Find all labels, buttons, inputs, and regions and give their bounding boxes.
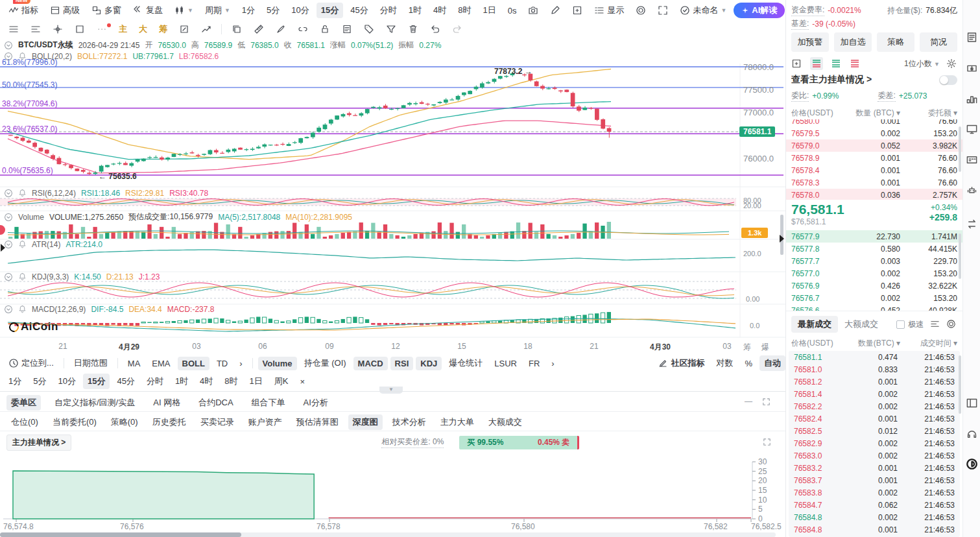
toolbar-显示[interactable]: 显示: [590, 3, 628, 18]
sub-tab-大额成交[interactable]: 大额成交: [484, 414, 527, 430]
indicator-BOLL[interactable]: BOLL: [178, 357, 209, 370]
expand-depth-icon[interactable]: [762, 437, 773, 448]
bid-row[interactable]: 76576.60.45240.928K: [786, 304, 962, 311]
indicator-›[interactable]: ›: [547, 357, 558, 370]
trade-row[interactable]: 76584.80.00221:46:53: [789, 511, 960, 523]
trade-row[interactable]: 76582.40.00121:46:53: [789, 412, 960, 425]
toolbar-1日[interactable]: 1日: [478, 3, 500, 18]
speed-checkbox[interactable]: [896, 320, 905, 329]
indicator-LSUR[interactable]: LSUR: [490, 357, 521, 370]
depth-chart[interactable]: 30252015105076,574.876,57676,57876,58076…: [0, 451, 785, 532]
trade-row[interactable]: 76583.70.00121:46:53: [789, 474, 960, 486]
bid-row[interactable]: 76576.90.42632.622K: [786, 280, 962, 292]
sub-tab-主力大单[interactable]: 主力大单: [436, 414, 479, 430]
collapse-pane-icon[interactable]: [4, 213, 13, 222]
sub-tab-预估清算图[interactable]: 预估清算图: [292, 414, 343, 430]
column-header[interactable]: 成交时间 ▾: [909, 338, 957, 349]
minimize-icon[interactable]: —: [745, 397, 752, 408]
column-header[interactable]: 价格(USDT): [791, 338, 843, 349]
trade-row[interactable]: 76584.80.00121:46:53: [789, 523, 960, 536]
quick-button-加自选[interactable]: 加自选: [834, 32, 872, 52]
trade-row[interactable]: 76581.40.00221:46:53: [789, 388, 960, 400]
draw-tool-lock[interactable]: [315, 22, 335, 36]
period-10分[interactable]: 10分: [53, 374, 80, 389]
toolbar-周期[interactable]: 周期▼: [200, 3, 235, 18]
draw-tool-pen2[interactable]: [271, 22, 291, 36]
panel-tab-委单区[interactable]: 委单区: [6, 395, 41, 411]
trade-row[interactable]: 76582.90.00221:46:53: [789, 437, 960, 449]
toolbar-多窗[interactable]: 多窗: [87, 3, 126, 18]
draw-tool-筹[interactable]: 筹: [154, 21, 172, 37]
period-8时[interactable]: 8时: [220, 374, 242, 389]
robot-icon[interactable]: [966, 184, 978, 197]
toolbar-分时[interactable]: 分时: [376, 3, 401, 18]
toolbar-10分[interactable]: 10分: [287, 3, 313, 18]
bid-row[interactable]: 76577.922.7301.741M: [786, 230, 962, 243]
toolbar-target[interactable]: [631, 3, 651, 18]
draw-tool-square[interactable]: [70, 22, 90, 36]
period-×[interactable]: ×: [295, 375, 309, 388]
quick-button-策略[interactable]: 策略: [877, 32, 914, 52]
sub-tab-深度图[interactable]: 深度图: [348, 414, 383, 430]
alert-bell-icon[interactable]: [18, 52, 27, 60]
alert-bell-icon[interactable]: [18, 305, 27, 313]
draw-tool-funnel[interactable]: [381, 22, 401, 36]
period-1分[interactable]: 1分: [4, 374, 26, 389]
indicator-持仓量 (OI)[interactable]: 持仓量 (OI): [300, 355, 351, 371]
indicator-RSI[interactable]: RSI: [390, 357, 414, 370]
collapse-pane-icon[interactable]: [4, 52, 13, 61]
dollar-icon[interactable]: [966, 62, 978, 75]
indicator-爆仓统计[interactable]: 爆仓统计: [444, 355, 487, 371]
toolbar-15分[interactable]: 15分: [317, 3, 343, 18]
bids-scrollbar[interactable]: [959, 233, 961, 279]
panel-tab-合约DCA[interactable]: 合约DCA: [194, 395, 237, 411]
toolbar-4时[interactable]: 4时: [429, 3, 451, 18]
chart-option-%[interactable]: %: [740, 357, 757, 370]
collapse-pane-icon[interactable]: [4, 272, 13, 281]
sub-tab-当前委托(0)[interactable]: 当前委托(0): [48, 414, 101, 430]
indicator-定位到...[interactable]: 定位到...: [4, 355, 58, 371]
draw-tool-trash[interactable]: [403, 22, 423, 36]
horizontal-scrollbar[interactable]: [0, 532, 776, 537]
draw-tool-ruler[interactable]: [249, 22, 269, 36]
panel-tab-自定义指标/回测/实盘[interactable]: 自定义指标/回测/实盘: [50, 395, 139, 411]
trade-row[interactable]: 76581.10.47421:46:53: [789, 351, 960, 363]
toolbar-addwin[interactable]: [568, 3, 587, 18]
draw-tool-cursor[interactable]: [48, 22, 67, 36]
toolbar-1时[interactable]: 1时: [404, 3, 426, 18]
ask-row[interactable]: 76578.90.00176.60: [786, 152, 962, 164]
sub-tab-历史委托[interactable]: 历史委托: [148, 414, 191, 430]
etf-icon[interactable]: [966, 154, 978, 166]
period-1日[interactable]: 1日: [245, 374, 267, 389]
indicator-›[interactable]: ›: [235, 357, 246, 370]
toolbar-指标[interactable]: 指标NEW: [4, 3, 43, 18]
indicator-MACD[interactable]: MACD: [353, 357, 388, 370]
indicator-MA[interactable]: MA: [123, 357, 145, 370]
toolbar-AI解读[interactable]: AI解读: [734, 3, 785, 18]
toolbar-45分[interactable]: 45分: [346, 3, 372, 18]
period-15分[interactable]: 15分: [83, 374, 110, 389]
expand-right-handle[interactable]: [780, 235, 784, 243]
sort-icon[interactable]: [930, 319, 941, 330]
draw-tool-copy[interactable]: [227, 22, 246, 36]
indicator-TD[interactable]: TD: [212, 357, 232, 370]
trade-row[interactable]: 76582.50.01221:46:53: [789, 425, 960, 437]
chart-option-自动[interactable]: 自动: [759, 355, 785, 371]
ask-row[interactable]: 76578.00.0362.757K: [786, 189, 962, 200]
draw-tool-hamburger2[interactable]: [26, 22, 45, 36]
draw-tool-link[interactable]: [293, 22, 313, 36]
ask-row[interactable]: 76579.50.002153.20: [786, 127, 962, 139]
period-4时[interactable]: 4时: [195, 374, 217, 389]
book-asks-icon[interactable]: [850, 58, 861, 69]
settings-gear-icon[interactable]: [946, 58, 957, 69]
ranking-icon[interactable]: [966, 93, 978, 105]
news-icon[interactable]: [966, 31, 978, 43]
trades-tab-大额成交[interactable]: 大额成交: [838, 316, 885, 333]
ask-row[interactable]: 76580.00.00176.60: [786, 119, 962, 127]
monitor-icon[interactable]: [966, 123, 978, 136]
draw-tool-drawbox[interactable]: [174, 22, 194, 36]
mode-icon[interactable]: [966, 458, 978, 470]
period-1时[interactable]: 1时: [171, 374, 193, 389]
indicator-日期范围[interactable]: 日期范围: [69, 355, 112, 371]
toolbar-pencil[interactable]: [545, 3, 565, 18]
